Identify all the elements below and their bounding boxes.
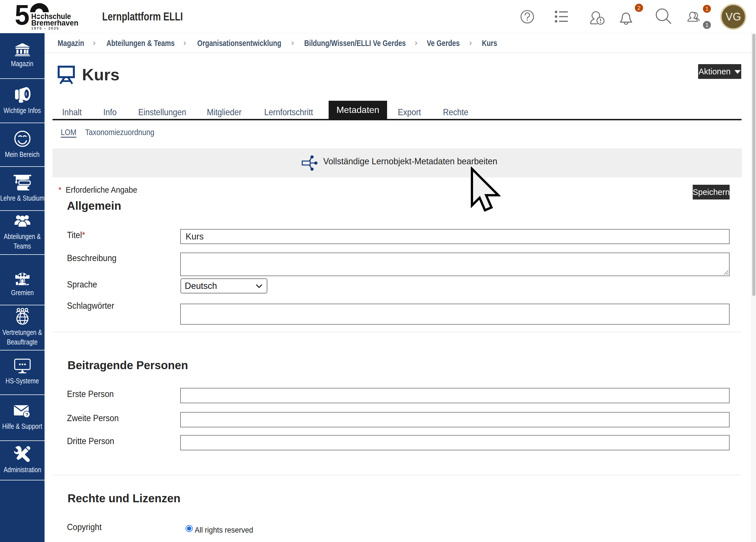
svg-text:?: ?	[25, 412, 28, 417]
svg-text:5: 5	[15, 2, 30, 31]
svg-text:1975 – 2025: 1975 – 2025	[31, 26, 59, 30]
